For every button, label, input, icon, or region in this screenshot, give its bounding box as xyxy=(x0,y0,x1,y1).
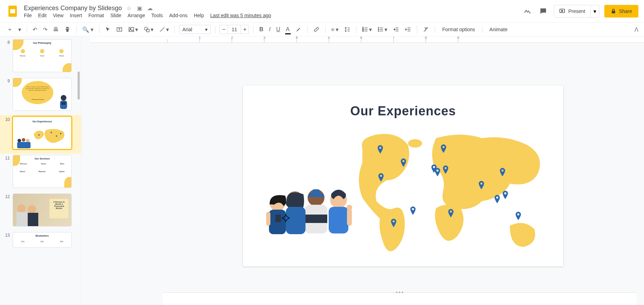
menu-edit[interactable]: Edit xyxy=(38,13,47,18)
present-dropdown[interactable]: ▾ xyxy=(590,5,599,17)
thumb-label: Venus xyxy=(41,163,46,165)
svg-rect-16 xyxy=(61,102,66,105)
underline-button[interactable]: U xyxy=(275,25,282,34)
slides-logo[interactable] xyxy=(6,4,20,18)
highlight-button[interactable] xyxy=(294,25,303,34)
thumb-label: Saturn xyxy=(20,170,25,172)
scrollbar[interactable] xyxy=(78,72,80,100)
slide-thumb-12[interactable]: A Picture Is Worth a Thousand Words xyxy=(13,194,72,226)
thumb-label: Mission xyxy=(16,55,30,57)
ruler-label: 1 xyxy=(199,36,201,40)
bulleted-list-button[interactable]: ▾ xyxy=(376,25,389,34)
font-size-value[interactable]: 11 xyxy=(228,25,241,34)
menu-help[interactable]: Help xyxy=(194,13,204,18)
zoom-button[interactable]: 🔍 ▾ xyxy=(81,25,95,34)
svg-rect-37 xyxy=(305,215,327,223)
line-spacing-button[interactable] xyxy=(343,25,352,34)
speaker-notes-panel[interactable] xyxy=(163,292,636,305)
move-to-folder-icon[interactable]: ▣ xyxy=(136,5,143,12)
svg-rect-32 xyxy=(347,208,352,226)
ruler-label: 4 xyxy=(296,36,298,40)
font-select[interactable]: Arial▾ xyxy=(179,25,211,34)
svg-point-26 xyxy=(28,205,36,214)
textbox-tool[interactable] xyxy=(115,25,124,34)
slide-number: 10 xyxy=(4,116,10,122)
thumb-label: Neptune xyxy=(39,170,46,172)
slide-number: 9 xyxy=(4,78,10,83)
text-color-button[interactable]: A xyxy=(284,25,291,34)
menu-arrange[interactable]: Arrange xyxy=(127,13,145,18)
clear-formatting-button[interactable] xyxy=(421,25,431,34)
insert-link-button[interactable] xyxy=(312,25,321,34)
svg-point-25 xyxy=(17,204,26,213)
thumb-label: Jupiter xyxy=(59,170,65,172)
font-size-decrease[interactable]: − xyxy=(219,25,228,34)
format-options-button[interactable]: Format options xyxy=(439,27,478,32)
thumb-label: Mercury xyxy=(20,163,27,165)
svg-point-33 xyxy=(347,205,352,210)
menu-tools[interactable]: Tools xyxy=(151,13,163,18)
slide-number: 13 xyxy=(4,232,10,238)
svg-rect-39 xyxy=(286,207,305,234)
new-slide-button[interactable]: ＋ xyxy=(6,25,14,35)
animate-button[interactable]: Animate xyxy=(487,27,510,32)
new-slide-dropdown[interactable]: ▾ xyxy=(17,25,22,34)
svg-rect-28 xyxy=(28,213,38,226)
paint-format-button[interactable] xyxy=(63,25,72,34)
image-tool[interactable]: ▾ xyxy=(127,25,139,34)
ruler-label: 3 xyxy=(263,36,265,40)
svg-point-14 xyxy=(61,95,66,101)
share-button[interactable]: Share xyxy=(604,5,638,18)
increase-indent-button[interactable] xyxy=(403,25,413,34)
line-tool[interactable]: ▾ xyxy=(158,25,170,34)
notes-drag-handle[interactable] xyxy=(393,291,406,293)
bold-button[interactable]: B xyxy=(258,25,265,34)
slide-thumb-11[interactable]: Our Services MercuryVenusMars SaturnNept… xyxy=(13,155,72,188)
menu-file[interactable]: File xyxy=(24,13,32,18)
document-title[interactable]: Experiences Company by Slidesgo xyxy=(24,5,122,12)
align-button[interactable]: ≡ ▾ xyxy=(330,25,340,34)
collapse-toolbar-icon[interactable]: ᐱ xyxy=(635,26,638,33)
menu-format[interactable]: Format xyxy=(88,13,104,18)
svg-point-6 xyxy=(145,27,148,30)
filmstrip[interactable]: 8 Our Philosophy Mission Vision Values 9 xyxy=(0,36,81,305)
menu-addons[interactable]: Add-ons xyxy=(169,13,188,18)
slide-thumb-10[interactable]: Our Experiences xyxy=(13,116,72,149)
print-button[interactable]: 🖶 xyxy=(52,25,60,34)
thumb-percent: 20% xyxy=(40,240,44,243)
world-map-graphic[interactable] xyxy=(355,128,548,257)
comments-icon[interactable] xyxy=(538,6,549,17)
titlebar: Experiences Company by Slidesgo ☆ ▣ ☁ Fi… xyxy=(0,0,644,22)
people-illustration[interactable] xyxy=(260,187,361,235)
toolbar: ＋ ▾ ↶ ↷ 🖶 🔍 ▾ ▾ ▾ ▾ Arial▾ − 11 + B I U … xyxy=(0,22,644,36)
present-button[interactable]: Present xyxy=(554,8,590,14)
body: 8 Our Philosophy Mission Vision Values 9 xyxy=(0,36,644,305)
last-edit-link[interactable]: Last edit was 5 minutes ago xyxy=(210,13,271,18)
menu-view[interactable]: View xyxy=(53,13,64,18)
menu-insert[interactable]: Insert xyxy=(70,13,82,18)
svg-point-23 xyxy=(26,139,29,142)
svg-rect-42 xyxy=(275,215,281,222)
decrease-indent-button[interactable] xyxy=(392,25,401,34)
activity-icon[interactable] xyxy=(522,6,533,16)
svg-text:3: 3 xyxy=(363,30,364,32)
shape-tool[interactable]: ▾ xyxy=(142,25,155,34)
slide-title[interactable]: Our Experiences xyxy=(243,104,563,118)
undo-button[interactable]: ↶ xyxy=(31,25,39,34)
select-tool[interactable] xyxy=(104,25,112,34)
slide-number: 12 xyxy=(4,194,10,199)
svg-rect-35 xyxy=(313,189,320,192)
slide-thumb-13[interactable]: Bestsellers 10% 20% 30% xyxy=(13,232,72,248)
slide-canvas[interactable]: Our Experiences xyxy=(243,86,563,266)
italic-button[interactable]: I xyxy=(268,25,272,34)
font-size-increase[interactable]: + xyxy=(241,25,249,34)
slide-thumb-9[interactable]: "This is a quote, words full of wisdom t… xyxy=(13,78,72,111)
svg-point-29 xyxy=(408,139,422,148)
canvas-area[interactable]: 1 2 3 4 5 6 7 8 9 Our Experiences xyxy=(81,36,644,305)
slide-thumb-8[interactable]: Our Philosophy Mission Vision Values xyxy=(13,39,72,72)
numbered-list-button[interactable]: 123 ▾ xyxy=(361,25,373,34)
star-icon[interactable]: ☆ xyxy=(125,5,132,12)
redo-button[interactable]: ↷ xyxy=(41,25,49,34)
svg-point-12 xyxy=(378,29,379,30)
menu-slide[interactable]: Slide xyxy=(110,13,121,18)
